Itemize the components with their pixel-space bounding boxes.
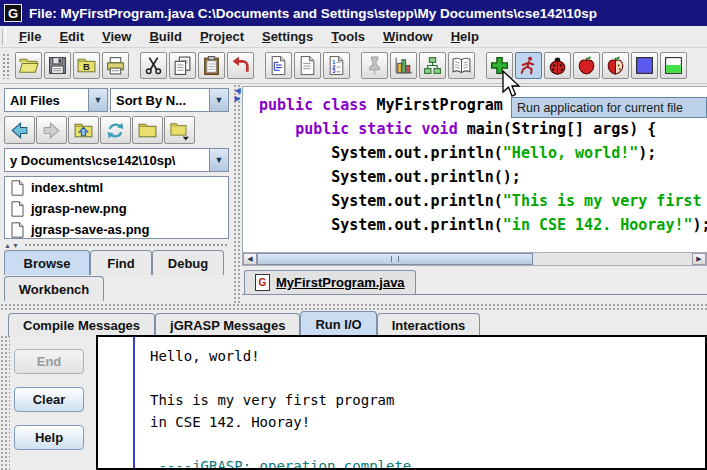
- menu-bar: FileEditViewBuildProjectSettingsToolsWin…: [0, 26, 707, 48]
- menu-build[interactable]: Build: [140, 27, 191, 46]
- back-button[interactable]: [4, 116, 35, 144]
- tab-run-i-o[interactable]: Run I/O: [300, 311, 376, 337]
- open-file-button[interactable]: [15, 52, 42, 79]
- file-name: jgrasp-new.png: [31, 201, 127, 216]
- clear-button[interactable]: Clear: [14, 387, 84, 412]
- menu-project[interactable]: Project: [191, 27, 253, 46]
- folder-button[interactable]: [132, 116, 163, 144]
- file-item-jgrasp-save-as.png[interactable]: jgrasp-save-as.png: [5, 219, 228, 239]
- sort-combo[interactable]: Sort By N... ▼: [110, 88, 229, 112]
- help-button[interactable]: Help: [14, 425, 84, 450]
- bottom-panel: Compile MessagesjGRASP MessagesRun I/OIn…: [0, 303, 707, 470]
- folder-menu-button[interactable]: [164, 116, 195, 144]
- apple-half-button[interactable]: [602, 52, 629, 79]
- doc-plain-icon: [297, 55, 318, 76]
- forward-button: [36, 116, 67, 144]
- green-split-icon: [663, 55, 684, 76]
- floppy-icon: [47, 55, 68, 76]
- output-line: [150, 367, 420, 389]
- menu-settings[interactable]: Settings: [253, 27, 322, 46]
- hierarchy-icon: [422, 55, 443, 76]
- tab-myfirstprogram[interactable]: G MyFirstProgram.java: [244, 270, 416, 294]
- file-list-splitter[interactable]: ▲▼: [4, 240, 229, 250]
- app-icon: G: [4, 4, 22, 22]
- bar-chart-icon: [393, 55, 414, 76]
- horizontal-splitter[interactable]: [0, 303, 707, 311]
- svg-text:3: 3: [332, 68, 335, 74]
- output-line: Hello, world!: [150, 345, 420, 367]
- folder-drop-icon: [169, 120, 190, 141]
- jgrasp-status-line: ----jGRASP: operation complete.: [150, 455, 420, 470]
- splitter-arrows-icon[interactable]: ▲▼: [4, 242, 20, 249]
- editor-horizontal-scrollbar[interactable]: ◀ ▶: [242, 252, 707, 266]
- tab-interactions[interactable]: Interactions: [377, 313, 481, 337]
- svg-text:B: B: [83, 61, 90, 72]
- tab-workbench[interactable]: Workbench: [4, 276, 104, 301]
- menu-view[interactable]: View: [93, 27, 140, 46]
- file-icon: [11, 180, 24, 196]
- folder-icon: [137, 120, 158, 141]
- file-name: index.shtml: [31, 180, 103, 195]
- run-io-output[interactable]: Hello, world! This is my very first prog…: [96, 335, 707, 470]
- paste-button[interactable]: [198, 52, 225, 79]
- file-filter-combo[interactable]: All Files ▼: [4, 88, 108, 112]
- tab-compile-messages[interactable]: Compile Messages: [8, 313, 155, 337]
- csd-view-button[interactable]: [265, 52, 292, 79]
- code-line-2: public static void main(String[] args) {: [259, 117, 707, 141]
- debug-button[interactable]: [544, 52, 571, 79]
- file-icon: [11, 222, 24, 238]
- chevron-down-icon[interactable]: ▼: [209, 89, 228, 111]
- scroll-right-icon[interactable]: ▶: [692, 253, 706, 265]
- print-button[interactable]: [102, 52, 129, 79]
- output-line: in CSE 142. Hooray!: [150, 411, 420, 433]
- apple-half-icon: [605, 55, 626, 76]
- code-line-5: System.out.println("This is my very firs…: [259, 189, 707, 213]
- toolbar-grip[interactable]: [2, 53, 11, 79]
- menu-help[interactable]: Help: [442, 27, 488, 46]
- tab-debug[interactable]: Debug: [152, 250, 224, 275]
- tab-jgrasp-messages[interactable]: jGRASP Messages: [155, 313, 300, 337]
- printer-icon: [105, 55, 126, 76]
- browse-folder-button[interactable]: B: [73, 52, 100, 79]
- chevron-down-icon[interactable]: ▼: [209, 149, 228, 171]
- tab-find[interactable]: Find: [90, 250, 152, 275]
- complexity-profile-button[interactable]: [390, 52, 417, 79]
- pin-button: [361, 52, 388, 79]
- bottom-panel-grip[interactable]: [0, 335, 10, 470]
- pushpin-icon: [364, 55, 385, 76]
- tab-browse[interactable]: Browse: [4, 250, 90, 275]
- copy-button[interactable]: [169, 52, 196, 79]
- text-view-button[interactable]: [294, 52, 321, 79]
- interactions-square-button[interactable]: [660, 52, 687, 79]
- refresh-icon: [105, 120, 126, 141]
- menu-tools[interactable]: Tools: [322, 27, 374, 46]
- menu-edit[interactable]: Edit: [50, 27, 93, 46]
- arrow-left-icon: [9, 120, 30, 141]
- directory-path-value: y Documents\cse142\10sp\: [5, 153, 209, 168]
- uml-button[interactable]: [419, 52, 446, 79]
- refresh-button[interactable]: [100, 116, 131, 144]
- line-numbers-button[interactable]: 123: [323, 52, 350, 79]
- scrollbar-thumb[interactable]: [257, 253, 533, 265]
- vertical-splitter[interactable]: ◀▶: [233, 84, 242, 303]
- file-item-jgrasp-new.png[interactable]: jgrasp-new.png: [5, 198, 228, 219]
- toolbar: B123: [0, 48, 707, 84]
- workbench-square-button[interactable]: [631, 52, 658, 79]
- save-button[interactable]: [44, 52, 71, 79]
- directory-path-combo[interactable]: y Documents\cse142\10sp\ ▼: [4, 148, 229, 172]
- undo-button[interactable]: [227, 52, 254, 79]
- undo-icon: [230, 55, 251, 76]
- apple-button[interactable]: [573, 52, 600, 79]
- cut-button[interactable]: [140, 52, 167, 79]
- menu-window[interactable]: Window: [374, 27, 442, 46]
- menubar-grip[interactable]: [2, 29, 6, 45]
- documentation-button[interactable]: [448, 52, 475, 79]
- scroll-left-icon[interactable]: ◀: [243, 253, 257, 265]
- folder-open-icon: [18, 55, 39, 76]
- file-item-index.shtml[interactable]: index.shtml: [5, 177, 228, 198]
- chevron-down-icon[interactable]: ▼: [88, 89, 107, 111]
- up-directory-button[interactable]: [68, 116, 99, 144]
- menu-file[interactable]: File: [10, 27, 50, 46]
- splitter-collapse-icon[interactable]: ◀▶: [233, 87, 242, 103]
- browse-panel: All Files ▼ Sort By N... ▼ y Documents\c…: [0, 84, 233, 303]
